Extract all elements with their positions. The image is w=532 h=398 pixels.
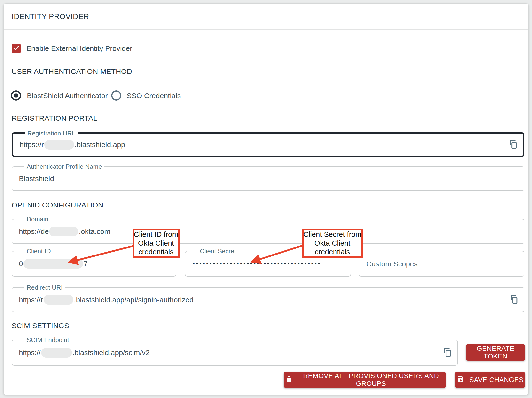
remove-provisioned-button[interactable]: REMOVE ALL PROVISIONED USERS AND GROUPS — [284, 372, 446, 388]
client-secret-callout: Client Secret from Okta Client credentia… — [302, 229, 363, 258]
domain-field[interactable]: Domain https://de.okta.com — [12, 219, 524, 244]
copy-icon[interactable] — [508, 294, 519, 305]
redacted-text — [44, 140, 74, 150]
authenticator-profile-name-field[interactable]: Authenticator Profile Name Blastshield — [12, 166, 524, 191]
registration-portal-heading: REGISTRATION PORTAL — [12, 114, 97, 123]
radio-blastshield-authenticator-label[interactable]: BlastShield Authenticator — [27, 91, 108, 101]
custom-scopes-input[interactable] — [366, 251, 518, 277]
registration-url-value: https://r.blastshield.app — [13, 134, 523, 156]
redacted-text — [49, 227, 78, 236]
client-id-callout: Client ID from Okta Client credentials — [133, 229, 180, 258]
annotation-arrows — [4, 4, 529, 395]
save-changes-button[interactable]: SAVE CHANGES — [455, 372, 525, 388]
authenticator-profile-name-value: Blastshield — [12, 167, 524, 190]
openid-configuration-heading: OPENID CONFIGURATION — [12, 200, 103, 210]
domain-value: https://de.okta.com — [12, 219, 524, 243]
checkmark-icon — [13, 44, 20, 53]
redirect-uri-value: https://r.blastshield.app/api/signin-aut… — [12, 288, 524, 312]
save-changes-label: SAVE CHANGES — [469, 376, 524, 384]
scim-endpoint-value: https://.blastshield.app/scim/v2 — [12, 340, 457, 365]
auth-method-heading: USER AUTHENTICATION METHOD — [12, 67, 132, 76]
radio-sso-credentials[interactable] — [111, 90, 121, 101]
redirect-uri-field[interactable]: Redirect URI https://r.blastshield.app/a… — [12, 287, 524, 312]
identity-provider-card: IDENTITY PROVIDER Enable External Identi… — [3, 3, 529, 395]
generate-token-label: GENERATE TOKEN — [467, 345, 524, 360]
enable-idp-label: Enable External Identity Provider — [26, 43, 132, 54]
enable-idp-checkbox[interactable] — [12, 44, 21, 53]
remove-provisioned-label: REMOVE ALL PROVISIONED USERS AND GROUPS — [298, 372, 444, 388]
copy-icon[interactable] — [441, 347, 453, 358]
trash-icon — [285, 375, 293, 385]
generate-token-button[interactable]: GENERATE TOKEN — [466, 344, 525, 361]
radio-sso-credentials-label[interactable]: SSO Credentials — [127, 91, 181, 101]
redacted-text — [23, 259, 83, 269]
custom-scopes-field[interactable] — [359, 251, 524, 277]
redacted-text — [41, 348, 72, 358]
header-divider — [4, 29, 528, 30]
copy-icon[interactable] — [507, 139, 518, 150]
redacted-text — [44, 295, 73, 305]
registration-url-field[interactable]: Registration URL https://r.blastshield.a… — [12, 132, 524, 157]
page-title: IDENTITY PROVIDER — [12, 12, 89, 22]
radio-blastshield-authenticator[interactable] — [11, 90, 21, 101]
scim-endpoint-field[interactable]: SCIM Endpoint https://.blastshield.app/s… — [12, 340, 458, 366]
save-icon — [457, 375, 464, 385]
scim-settings-heading: SCIM SETTINGS — [12, 321, 69, 330]
